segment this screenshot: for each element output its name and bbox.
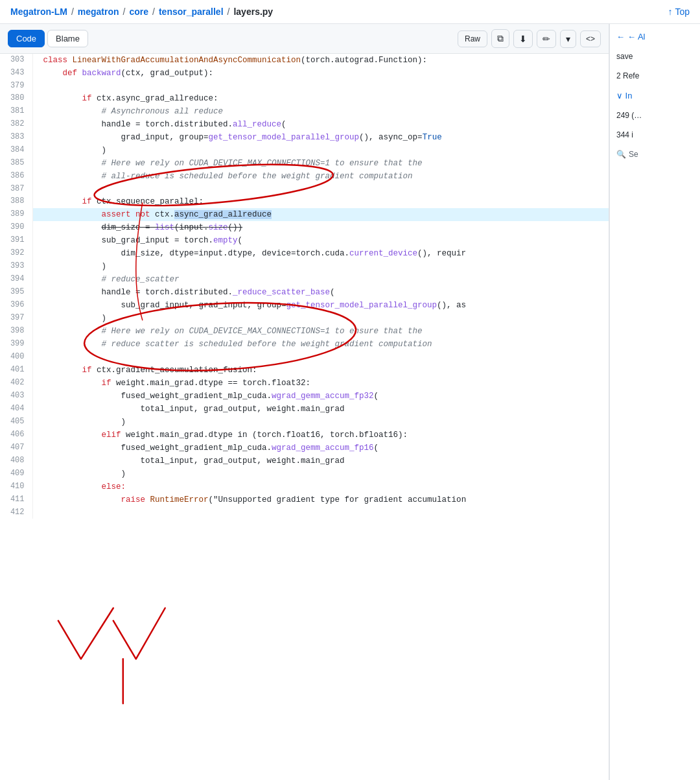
tab-group: Code Blame: [8, 30, 88, 47]
line-code[interactable]: dim_size, dtype=input.dtype, device=torc…: [32, 247, 609, 260]
line-code[interactable]: handle = torch.distributed._reduce_scatt…: [32, 286, 609, 299]
line-number[interactable]: 395: [0, 286, 32, 299]
line-number[interactable]: 398: [0, 325, 32, 338]
line-code[interactable]: # Here we rely on CUDA_DEVICE_MAX_CONNEC…: [32, 325, 609, 338]
line-number[interactable]: 402: [0, 377, 32, 390]
core-link[interactable]: core: [129, 6, 148, 17]
line-number[interactable]: 409: [0, 467, 32, 480]
line-code[interactable]: ): [32, 144, 609, 157]
line-code[interactable]: ): [32, 260, 609, 273]
line-number[interactable]: 391: [0, 234, 32, 247]
line-code[interactable]: fused_weight_gradient_mlp_cuda.wgrad_gem…: [32, 442, 609, 455]
line-number[interactable]: 397: [0, 312, 32, 325]
tensor-parallel-link[interactable]: tensor_parallel: [159, 6, 224, 17]
line-number[interactable]: 389: [0, 208, 32, 221]
line-code[interactable]: total_input, grad_output, weight.main_gr…: [32, 403, 609, 416]
main-area: Code Blame Raw ⧉ ⬇ ✏ ▾ <>: [0, 24, 609, 780]
line-code[interactable]: raise RuntimeError("Unsupported gradient…: [32, 493, 609, 506]
raw-button[interactable]: Raw: [458, 30, 487, 47]
sidebar-in-link[interactable]: ∨ In: [616, 91, 694, 100]
line-number[interactable]: 411: [0, 493, 32, 506]
line-code[interactable]: if weight.main_grad.dtype == torch.float…: [32, 377, 609, 390]
line-code[interactable]: else:: [32, 480, 609, 493]
line-code[interactable]: grad_input, group=get_tensor_model_paral…: [32, 131, 609, 144]
line-number[interactable]: 388: [0, 195, 32, 208]
table-row: 392 dim_size, dtype=input.dtype, device=…: [0, 247, 609, 260]
line-code[interactable]: sub_grad_input, grad_input, group=get_te…: [32, 299, 609, 312]
line-code[interactable]: # Asynchronous all reduce: [32, 105, 609, 118]
copy-button[interactable]: ⧉: [491, 29, 509, 48]
line-number[interactable]: 387: [0, 183, 32, 195]
line-number[interactable]: 408: [0, 455, 32, 467]
line-code[interactable]: handle = torch.distributed.all_reduce(: [32, 118, 609, 131]
line-number[interactable]: 412: [0, 506, 32, 519]
line-number[interactable]: 384: [0, 144, 32, 157]
line-code[interactable]: def backward(ctx, grad_output):: [32, 67, 609, 80]
line-code[interactable]: ): [32, 312, 609, 325]
tab-blame[interactable]: Blame: [47, 30, 88, 47]
megatron-link[interactable]: megatron: [78, 6, 119, 17]
symbols-button[interactable]: <>: [580, 30, 601, 47]
line-code[interactable]: fused_weight_gradient_mlp_cuda.wgrad_gem…: [32, 390, 609, 403]
line-code[interactable]: ): [32, 416, 609, 429]
line-number[interactable]: 392: [0, 247, 32, 260]
line-number[interactable]: 380: [0, 92, 32, 105]
line-number[interactable]: 381: [0, 105, 32, 118]
line-code[interactable]: # Here we rely on CUDA_DEVICE_MAX_CONNEC…: [32, 157, 609, 170]
line-code[interactable]: [32, 80, 609, 92]
line-code[interactable]: if ctx.gradient_accumulation_fusion:: [32, 364, 609, 377]
line-number[interactable]: 396: [0, 299, 32, 312]
line-number[interactable]: 407: [0, 442, 32, 455]
line-code[interactable]: class LinearWithGradAccumulationAndAsync…: [32, 54, 609, 67]
line-number[interactable]: 343: [0, 67, 32, 80]
table-row: 381 # Asynchronous all reduce: [0, 105, 609, 118]
table-row: 401 if ctx.gradient_accumulation_fusion:: [0, 364, 609, 377]
sidebar-back-link[interactable]: ← ← Al: [616, 32, 694, 41]
edit-button[interactable]: ✏: [537, 30, 556, 48]
line-code[interactable]: elif weight.main_grad.dtype in (torch.fl…: [32, 429, 609, 442]
line-code[interactable]: if ctx.async_grad_allreduce:: [32, 92, 609, 105]
line-number[interactable]: 385: [0, 157, 32, 170]
table-row: 406 elif weight.main_grad.dtype in (torc…: [0, 429, 609, 442]
line-code[interactable]: [32, 183, 609, 195]
line-number[interactable]: 404: [0, 403, 32, 416]
line-number[interactable]: 400: [0, 351, 32, 363]
sidebar-search-btn[interactable]: 🔍 Se: [616, 150, 694, 159]
line-number[interactable]: 410: [0, 480, 32, 493]
line-number[interactable]: 390: [0, 221, 32, 234]
line-code[interactable]: sub_grad_input = torch.empty(: [32, 234, 609, 247]
line-number[interactable]: 393: [0, 260, 32, 273]
line-number[interactable]: 399: [0, 338, 32, 351]
line-number[interactable]: 405: [0, 416, 32, 429]
line-code[interactable]: dim_size = list(input.size()): [32, 221, 609, 234]
code-view-wrapper: 303 class LinearWithGradAccumulationAndA…: [0, 54, 609, 780]
code-view[interactable]: 303 class LinearWithGradAccumulationAndA…: [0, 54, 609, 519]
line-code[interactable]: # reduce_scatter: [32, 273, 609, 286]
sidebar-line344-section: 344 i: [616, 130, 694, 139]
edit-icon: ✏: [542, 34, 550, 44]
line-code[interactable]: [32, 351, 609, 363]
breadcrumb: Megatron-LM / megatron / core / tensor_p…: [10, 6, 273, 17]
line-code[interactable]: assert not ctx.async_grad_allreduce: [32, 208, 609, 221]
more-button[interactable]: ▾: [560, 30, 576, 48]
line-number[interactable]: 386: [0, 170, 32, 183]
line-code[interactable]: total_input, grad_output, weight.main_gr…: [32, 455, 609, 467]
line-number[interactable]: 406: [0, 429, 32, 442]
download-button[interactable]: ⬇: [513, 30, 533, 48]
line-number[interactable]: 401: [0, 364, 32, 377]
line-code[interactable]: ): [32, 467, 609, 480]
line-code[interactable]: # all-reduce is scheduled before the wei…: [32, 170, 609, 183]
line-number[interactable]: 303: [0, 54, 32, 67]
line-code[interactable]: [32, 506, 609, 519]
repo-link[interactable]: Megatron-LM: [10, 6, 67, 17]
line-number[interactable]: 394: [0, 273, 32, 286]
line-code[interactable]: # reduce scatter is scheduled before the…: [32, 338, 609, 351]
line-number[interactable]: 403: [0, 390, 32, 403]
line-number[interactable]: 379: [0, 80, 32, 92]
line-code[interactable]: if ctx.sequence_parallel:: [32, 195, 609, 208]
top-link[interactable]: ↑ Top: [668, 6, 690, 17]
line-number[interactable]: 382: [0, 118, 32, 131]
tab-code[interactable]: Code: [8, 30, 45, 47]
table-row: 384 ): [0, 144, 609, 157]
line-number[interactable]: 383: [0, 131, 32, 144]
